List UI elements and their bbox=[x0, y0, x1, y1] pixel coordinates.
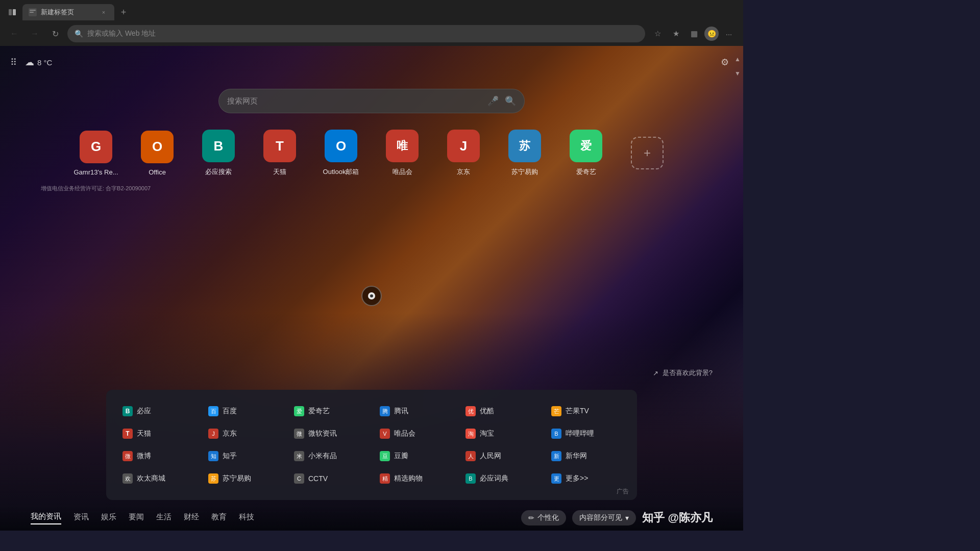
dropdown-favicon-people: 人 bbox=[465, 451, 476, 461]
dropdown-item-xiaomi[interactable]: 米 小米有品 bbox=[286, 445, 372, 467]
apps-grid-icon[interactable]: ⠿ bbox=[10, 57, 17, 68]
profile-btn[interactable]: 😐 bbox=[704, 27, 719, 41]
dropdown-item-weibo[interactable]: 微 微博 bbox=[114, 445, 200, 467]
dropdown-favicon-huantai: 欢 bbox=[122, 473, 133, 484]
dropdown-favicon-bingdict: B bbox=[465, 473, 476, 484]
news-tab-tech[interactable]: 科技 bbox=[239, 512, 254, 524]
add-shortcut-item[interactable]: + bbox=[617, 137, 678, 169]
dropdown-item-huantai[interactable]: 欢 欢太商城 bbox=[114, 467, 200, 490]
shortcut-label-outlook: Outlook邮箱 bbox=[323, 167, 359, 177]
dropdown-label-bilibili: 哔哩哔哩 bbox=[566, 429, 594, 438]
dropdown-item-bingdict[interactable]: B 必应词典 bbox=[457, 467, 543, 490]
settings-btn[interactable]: ⚙ bbox=[717, 54, 733, 70]
personalize-btn[interactable]: ✏ 个性化 bbox=[521, 510, 566, 525]
dropdown-label-more: 更多>> bbox=[566, 474, 588, 483]
news-tab-headlines[interactable]: 要闻 bbox=[129, 512, 144, 524]
dropdown-item-baidu[interactable]: 百 百度 bbox=[200, 400, 286, 422]
zhihu-branding: 知乎 @陈亦凡 bbox=[642, 510, 713, 525]
dropdown-favicon-tencent: 腾 bbox=[380, 406, 390, 416]
dropdown-favicon-more: 更 bbox=[551, 473, 561, 484]
dropdown-label-xiaomi: 小米有品 bbox=[308, 452, 337, 461]
dropdown-label-bingdict: 必应词典 bbox=[480, 474, 508, 483]
dropdown-item-youku[interactable]: 优 优酷 bbox=[457, 400, 543, 422]
wallet-btn[interactable]: ▦ bbox=[686, 26, 702, 42]
news-tab-finance[interactable]: 财经 bbox=[184, 512, 199, 524]
shortcut-bing[interactable]: B 必应搜索 bbox=[188, 130, 249, 177]
sidebar-toggle[interactable] bbox=[4, 4, 20, 20]
news-tab-education[interactable]: 教育 bbox=[211, 512, 227, 524]
shortcut-aiqiyi[interactable]: 爱 爱奇艺 bbox=[555, 130, 617, 177]
more-btn[interactable]: ··· bbox=[721, 26, 737, 42]
back-btn[interactable]: ← bbox=[6, 26, 22, 42]
dropdown-item-tianmao[interactable]: T 天猫 bbox=[114, 422, 200, 445]
dropdown-favicon-suning: 苏 bbox=[208, 473, 218, 484]
search-bar[interactable]: 搜索网页 🎤 🔍 bbox=[218, 89, 525, 113]
dropdown-item-jd[interactable]: J 京东 bbox=[200, 422, 286, 445]
shortcut-gamr[interactable]: G Gamr13's Re... bbox=[65, 131, 127, 176]
dropdown-favicon-aiqiyi: 爱 bbox=[294, 406, 304, 416]
dropdown-item-suning[interactable]: 苏 苏宁易购 bbox=[200, 467, 286, 490]
shortcut-jd[interactable]: J 京东 bbox=[433, 130, 494, 177]
search-submit-icon[interactable]: 🔍 bbox=[505, 95, 516, 107]
weather-icon: ☁ bbox=[25, 57, 34, 68]
favorites-collections-btn[interactable]: ★ bbox=[668, 26, 684, 42]
shortcut-outlook[interactable]: O Outlook邮箱 bbox=[310, 130, 372, 177]
shortcut-label-aiqiyi: 爱奇艺 bbox=[576, 167, 596, 177]
dropdown-item-tencent[interactable]: 腾 腾讯 bbox=[372, 400, 457, 422]
favorites-star-btn[interactable]: ☆ bbox=[649, 26, 666, 42]
news-tab-entertainment[interactable]: 娱乐 bbox=[101, 512, 116, 524]
dropdown-item-xinhua[interactable]: 新 新华网 bbox=[543, 445, 629, 467]
news-tabs-right: ✏ 个性化 内容部分可见 ▾ 知乎 @陈亦凡 bbox=[521, 510, 713, 525]
dropdown-item-people[interactable]: 人 人民网 bbox=[457, 445, 543, 467]
dropdown-item-mgtv[interactable]: 芒 芒果TV bbox=[543, 400, 629, 422]
forward-btn[interactable]: → bbox=[27, 26, 43, 42]
dropdown-label-cctv: CCTV bbox=[308, 474, 328, 483]
address-bar[interactable]: 🔍 搜索或输入 Web 地址 bbox=[67, 25, 645, 42]
search-placeholder: 搜索网页 bbox=[227, 96, 481, 106]
shortcut-icon-gamr: G bbox=[80, 131, 112, 163]
shortcut-suning[interactable]: 苏 苏宁易购 bbox=[494, 130, 555, 177]
dropdown-item-vipshop[interactable]: V 唯品会 bbox=[372, 422, 457, 445]
shortcut-vipshop[interactable]: 唯 唯品会 bbox=[372, 130, 433, 177]
dropdown-favicon-cctv: C bbox=[294, 473, 304, 484]
shortcut-tianmao[interactable]: T 天猫 bbox=[249, 130, 310, 177]
tab-favicon bbox=[29, 8, 37, 16]
weather-temp: 8 °C bbox=[37, 58, 52, 67]
dropdown-label-jingxuan: 精选购物 bbox=[394, 474, 423, 483]
dropdown-item-more[interactable]: 更 更多>> bbox=[543, 467, 629, 490]
shortcut-label-tianmao: 天猫 bbox=[273, 167, 286, 177]
dropdown-label-taobao: 淘宝 bbox=[480, 429, 494, 438]
dropdown-item-jingxuan[interactable]: 精 精选购物 bbox=[372, 467, 457, 490]
microphone-icon[interactable]: 🎤 bbox=[487, 95, 499, 107]
tab-close-btn[interactable]: × bbox=[99, 8, 108, 17]
refresh-btn[interactable]: ↻ bbox=[47, 26, 63, 42]
ad-label: 广告 bbox=[617, 487, 629, 496]
dropdown-favicon-tianmao: T bbox=[122, 429, 133, 439]
news-tab-life[interactable]: 生活 bbox=[156, 512, 172, 524]
dropdown-grid: B 必应 百 百度 爱 爱奇艺 腾 腾讯 优 优酷 芒 芒果TV bbox=[114, 400, 629, 490]
dropdown-item-zhihu[interactable]: 知 知乎 bbox=[200, 445, 286, 467]
dropdown-item-bing[interactable]: B 必应 bbox=[114, 400, 200, 422]
active-tab[interactable]: 新建标签页 × bbox=[22, 4, 114, 20]
news-tab-news[interactable]: 资讯 bbox=[74, 512, 89, 524]
dropdown-item-msn[interactable]: 微 微软资讯 bbox=[286, 422, 372, 445]
dropdown-item-aiqiyi[interactable]: 爱 爱奇艺 bbox=[286, 400, 372, 422]
scrollbar[interactable]: ▲ ▼ bbox=[736, 54, 739, 522]
dropdown-item-cctv[interactable]: C CCTV bbox=[286, 467, 372, 490]
personalize-label: 个性化 bbox=[537, 513, 559, 522]
visibility-label: 内容部分可见 bbox=[579, 513, 622, 522]
new-tab-btn[interactable]: + bbox=[116, 5, 131, 19]
dropdown-item-bilibili[interactable]: B 哔哩哔哩 bbox=[543, 422, 629, 445]
news-tab-myinfo[interactable]: 我的资讯 bbox=[31, 512, 61, 524]
add-shortcut-btn[interactable]: + bbox=[631, 137, 664, 169]
dropdown-label-tencent: 腾讯 bbox=[394, 407, 408, 416]
dropdown-favicon-taobao: 淘 bbox=[465, 429, 476, 439]
dropdown-item-douban[interactable]: 豆 豆瓣 bbox=[372, 445, 457, 467]
dropdown-label-zhihu: 知乎 bbox=[223, 452, 237, 461]
shortcut-office[interactable]: O Office bbox=[127, 131, 188, 176]
dropdown-item-taobao[interactable]: 淘 淘宝 bbox=[457, 422, 543, 445]
visibility-select[interactable]: 内容部分可见 ▾ bbox=[572, 510, 636, 525]
weather-widget: ☁ 8 °C bbox=[25, 57, 52, 68]
bg-feedback-btn[interactable]: ↗ 是否喜欢此背景? bbox=[653, 368, 713, 378]
dropdown-favicon-baidu: 百 bbox=[208, 406, 218, 416]
